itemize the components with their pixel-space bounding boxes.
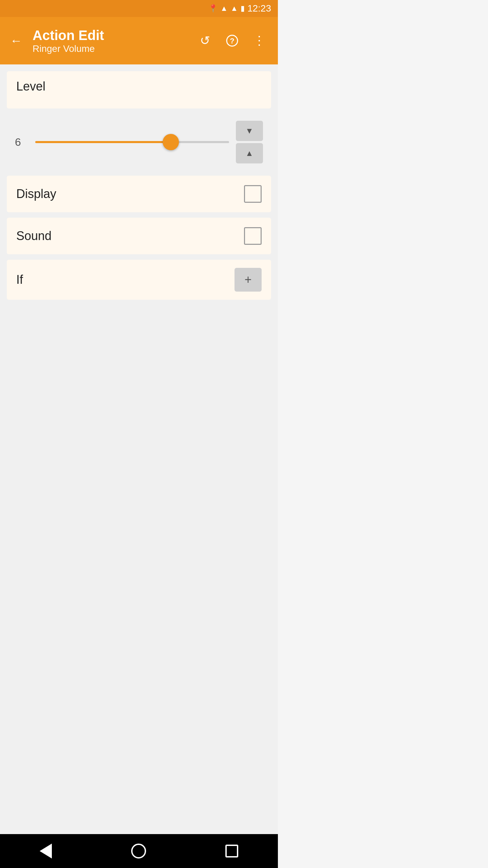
app-bar-title-group: Action Edit Ringer Volume <box>33 27 186 54</box>
signal-icon: ▲ <box>230 4 238 13</box>
if-label: If <box>16 273 23 287</box>
nav-home-icon <box>131 844 146 859</box>
help-button[interactable]: ? <box>220 29 244 53</box>
slider-row: 6 ▼ ▲ <box>7 114 271 170</box>
nav-bar <box>0 834 278 868</box>
status-time: 12:23 <box>247 3 271 14</box>
increment-button[interactable]: ▲ <box>236 143 263 163</box>
if-row[interactable]: If + <box>7 260 271 300</box>
svg-text:?: ? <box>230 37 234 45</box>
display-label: Display <box>16 187 56 201</box>
back-button[interactable]: ← <box>7 30 26 51</box>
nav-back-button[interactable] <box>29 840 62 862</box>
stepper-buttons: ▼ ▲ <box>236 121 263 163</box>
sound-label: Sound <box>16 229 52 243</box>
decrement-button[interactable]: ▼ <box>236 121 263 141</box>
display-row[interactable]: Display <box>7 176 271 212</box>
display-checkbox[interactable] <box>244 185 262 203</box>
app-bar-actions: ↺ ? ⋮ <box>193 29 271 53</box>
add-if-button[interactable]: + <box>235 268 262 292</box>
app-bar: ← Action Edit Ringer Volume ↺ ? ⋮ <box>0 17 278 64</box>
slider-container[interactable] <box>35 134 229 151</box>
app-bar-subtitle: Ringer Volume <box>33 43 186 54</box>
battery-icon: ▮ <box>241 4 245 13</box>
level-label: Level <box>16 79 262 94</box>
content-spacer <box>7 305 271 827</box>
reset-button[interactable]: ↺ <box>193 29 217 53</box>
level-section: Level <box>7 71 271 108</box>
nav-back-icon <box>40 844 52 859</box>
sound-checkbox[interactable] <box>244 227 262 245</box>
nav-recent-button[interactable] <box>215 841 248 861</box>
main-content: Level 6 ▼ ▲ Display Sound If + <box>0 64 278 834</box>
location-icon: 📍 <box>208 4 218 13</box>
status-bar: 📍 ▲ ▲ ▮ 12:23 <box>0 0 278 17</box>
sound-row[interactable]: Sound <box>7 218 271 254</box>
status-icons: 📍 ▲ ▲ ▮ 12:23 <box>208 3 271 14</box>
wifi-icon: ▲ <box>220 4 228 13</box>
app-bar-title: Action Edit <box>33 27 186 43</box>
nav-square-icon <box>225 845 238 857</box>
slider-value: 6 <box>15 136 28 149</box>
more-options-button[interactable]: ⋮ <box>247 29 271 53</box>
nav-home-button[interactable] <box>121 840 156 862</box>
